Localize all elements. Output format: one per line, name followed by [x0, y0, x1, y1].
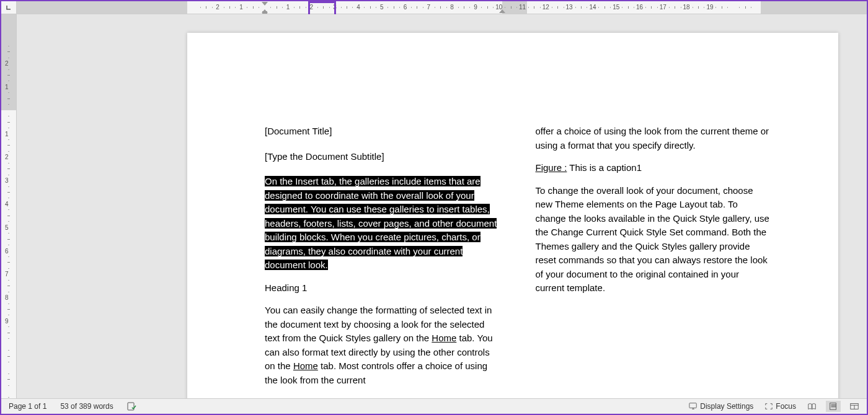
display-settings-icon [689, 402, 698, 411]
col2-paragraph-2[interactable]: To change the overall look of your docum… [536, 184, 771, 295]
home-link-2[interactable]: Home [293, 360, 318, 371]
first-line-indent-marker[interactable] [262, 2, 268, 6]
display-settings-button[interactable]: Display Settings [686, 401, 756, 412]
selected-paragraph[interactable]: On the Insert tab, the galleries include… [265, 175, 500, 273]
read-mode-view-button[interactable] [805, 401, 820, 412]
svg-rect-1 [689, 403, 696, 408]
focus-icon [764, 402, 773, 411]
tab-stop-selector[interactable] [1, 1, 17, 14]
focus-mode-button[interactable]: Focus [762, 401, 799, 412]
spelling-grammar-check-icon[interactable] [125, 400, 140, 413]
figure-label: Figure : [536, 162, 567, 173]
col2-continuation[interactable]: offer a choice of using the look from th… [536, 124, 771, 152]
figure-caption[interactable]: Figure : This is a caption1 [536, 161, 771, 175]
page-number-status[interactable]: Page 1 of 1 [6, 401, 49, 412]
horizontal-ruler[interactable]: 2112345678910111213141516171819 [17, 1, 867, 14]
home-link-1[interactable]: Home [432, 333, 456, 343]
web-layout-view-button[interactable] [847, 401, 862, 412]
status-bar: Page 1 of 1 53 of 389 words Display Sett… [1, 398, 867, 414]
word-count-status[interactable]: 53 of 389 words [58, 401, 115, 412]
document-editor-area[interactable]: [Document Title] [Type the Document Subt… [17, 14, 867, 398]
left-indent-marker[interactable] [262, 11, 267, 14]
body-paragraph[interactable]: You can easily change the formatting of … [265, 304, 500, 387]
svg-rect-2 [830, 403, 836, 410]
vertical-ruler[interactable]: 21123456789 [1, 14, 17, 398]
document-page[interactable]: [Document Title] [Type the Document Subt… [187, 33, 838, 398]
print-layout-view-button[interactable] [826, 401, 841, 412]
right-indent-marker[interactable] [499, 9, 505, 13]
heading-1[interactable]: Heading 1 [265, 281, 500, 295]
document-subtitle[interactable]: [Type the Document Subtitle] [265, 150, 500, 164]
document-title[interactable]: [Document Title] [265, 124, 500, 139]
